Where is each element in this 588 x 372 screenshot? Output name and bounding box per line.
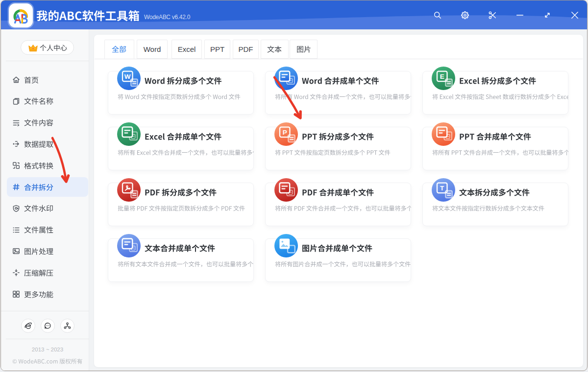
svg-text:T: T [440, 185, 444, 192]
svg-text:E: E [440, 73, 444, 80]
svg-text:W: W [124, 73, 131, 80]
svg-text:P: P [283, 129, 287, 136]
